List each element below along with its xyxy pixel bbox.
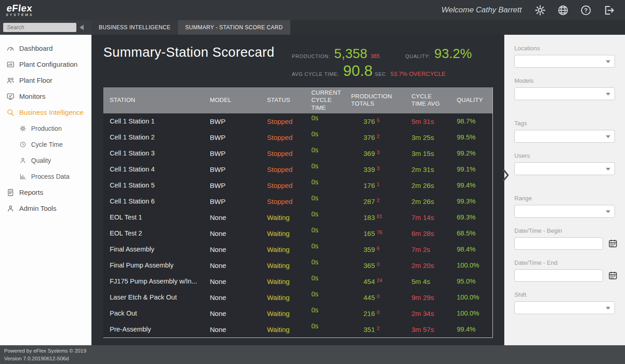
cell-production-totals: 18381 xyxy=(345,214,405,221)
sidebar-item-plant-floor[interactable]: Plant Floor xyxy=(0,72,91,88)
production-count: 365 xyxy=(351,262,375,269)
sidebar-item-label: Process Data xyxy=(31,173,69,180)
cell-quality: 99.4% xyxy=(450,182,492,189)
gear-icon xyxy=(534,4,546,16)
datetime-end-calendar-button[interactable] xyxy=(607,270,618,281)
cell-quality: 99.4% xyxy=(450,326,492,333)
cell-current-cycle-time: 0s xyxy=(305,130,345,138)
tab-summary-station-score-card[interactable]: SUMMARY - STATION SCORE CARD xyxy=(178,20,290,35)
cell-cycle-time-avg: 3m 57s xyxy=(405,326,450,333)
shift-select[interactable] xyxy=(514,301,615,314)
cell-current-cycle-time: 0s xyxy=(305,226,345,234)
sidebar-item-cycle-time[interactable]: Cycle Time xyxy=(0,136,91,152)
tab-business-intelligence[interactable]: BUSINESS INTELLIGENCE xyxy=(91,20,178,35)
cell-model: None xyxy=(203,262,261,269)
table-body: Cell 1 Station 1 BWP Stopped 0s 3765 5m … xyxy=(103,113,492,337)
logo-subtext: SYSTEMS xyxy=(5,13,33,17)
cell-quality: 99.1% xyxy=(450,166,492,173)
sidebar-item-plant-configuration[interactable]: Plant Configuration xyxy=(0,56,91,72)
cell-model: BWP xyxy=(203,198,261,205)
collapse-filters-icon[interactable] xyxy=(502,168,511,182)
reports-icon xyxy=(6,188,15,197)
datetime-begin-input[interactable] xyxy=(514,237,603,250)
cell-model: None xyxy=(203,246,261,253)
tags-label: Tags xyxy=(514,120,615,127)
sidebar-item-quality[interactable]: Quality xyxy=(0,152,91,168)
search-zone xyxy=(0,20,91,35)
production-count: 445 xyxy=(351,294,375,301)
main-panel: Summary-Station Scorecard PRODUCTION: 5,… xyxy=(91,35,504,345)
cell-current-cycle-time: 0s xyxy=(305,162,345,170)
reject-count: 2 xyxy=(377,198,379,203)
cell-status: Waiting xyxy=(261,230,305,237)
cell-production-totals: 2160 xyxy=(345,310,405,317)
datetime-end-input[interactable] xyxy=(514,269,603,282)
sidebar-item-admin-tools[interactable]: Admin Tools xyxy=(0,200,91,216)
quality-stat-label: QUALITY: xyxy=(405,54,430,59)
range-select[interactable] xyxy=(514,205,615,218)
logout-button[interactable] xyxy=(601,3,616,17)
sidebar-item-label: Admin Tools xyxy=(19,204,56,212)
cell-station: Final Assembly xyxy=(103,246,203,253)
cell-production-totals: 3650 xyxy=(345,262,405,269)
cell-cycle-time-avg: 3m 15s xyxy=(405,150,450,157)
column-header-model: MODEL xyxy=(203,95,261,106)
tags-select[interactable] xyxy=(514,130,615,143)
dashboard-icon xyxy=(6,44,15,53)
monitors-icon xyxy=(6,92,15,101)
cell-model: BWP xyxy=(203,166,261,173)
cell-cycle-time-avg: 2m 26s xyxy=(405,182,450,189)
sidebar-item-production[interactable]: Production xyxy=(0,120,91,136)
cell-production-totals: 2872 xyxy=(345,198,405,205)
chevron-down-icon xyxy=(606,93,610,96)
sidebar-item-business-intelligence[interactable]: Business Intelligence xyxy=(0,104,91,120)
cell-quality: 100.0% xyxy=(450,294,492,301)
cell-current-cycle-time: 0s xyxy=(305,258,345,266)
sidebar-item-monitors[interactable]: Monitors xyxy=(0,88,91,104)
cell-model: BWP xyxy=(203,134,261,141)
sidebar-item-process-data[interactable]: Process Data xyxy=(0,168,91,184)
cell-cycle-time-avg: 7m 2s xyxy=(405,246,450,253)
models-select[interactable] xyxy=(514,87,615,100)
sidebar-item-label: Plant Floor xyxy=(19,76,53,84)
cell-status: Waiting xyxy=(261,246,305,253)
reject-count: 0 xyxy=(377,262,379,267)
cell-production-totals: 16576 xyxy=(345,230,405,237)
production-count: 287 xyxy=(351,198,375,205)
cell-model: BWP xyxy=(203,150,261,157)
search-input[interactable] xyxy=(3,23,76,32)
datetime-begin-calendar-button[interactable] xyxy=(607,238,618,249)
cell-production-totals: 3693 xyxy=(345,150,405,157)
cell-cycle-time-avg: 2m 20s xyxy=(405,262,450,269)
cell-station: Laser Etch & Pack Out xyxy=(103,294,203,301)
cell-current-cycle-time: 0s xyxy=(305,322,345,330)
cell-model: BWP xyxy=(203,118,261,125)
users-select[interactable] xyxy=(514,162,615,175)
production-stat-label: PRODUCTION: xyxy=(292,54,330,59)
production-count: 183 xyxy=(351,214,375,221)
eflex-logo: eFlex SYSTEMS xyxy=(5,3,34,17)
cell-production-totals: 3512 xyxy=(345,326,405,333)
cell-station: Cell 1 Station 6 xyxy=(103,198,203,205)
avg-cycle-time-unit: SEC xyxy=(375,71,386,77)
cell-current-cycle-time: 0s xyxy=(305,306,345,314)
settings-button[interactable] xyxy=(533,3,547,17)
sidebar-item-reports[interactable]: Reports xyxy=(0,184,91,200)
globe-icon xyxy=(557,4,569,16)
reject-count: 3 xyxy=(377,166,379,171)
sidebar-item-dashboard[interactable]: Dashboard xyxy=(0,40,91,56)
footer-version: Version 7.0.20190612-506d xyxy=(4,355,625,363)
locations-select[interactable] xyxy=(514,55,615,68)
cell-cycle-time-avg: 5m 31s xyxy=(405,118,450,125)
language-button[interactable] xyxy=(556,3,570,17)
cell-status: Waiting xyxy=(261,326,305,333)
cell-current-cycle-time: 0s xyxy=(305,178,345,186)
help-button[interactable]: ? xyxy=(578,3,593,17)
production-count: 176 xyxy=(351,182,375,189)
collapse-sidebar-icon[interactable] xyxy=(80,25,84,30)
reject-count: 6 xyxy=(377,246,379,251)
datetime-end-label: Date/Time - End xyxy=(514,259,615,266)
table-row: Cell 1 Station 2 BWP Stopped 0s 3762 3m … xyxy=(103,129,492,145)
cell-station: EOL Test 2 xyxy=(103,230,203,237)
left-sidebar: Dashboard Plant Configuration Plant Floo… xyxy=(0,35,91,345)
